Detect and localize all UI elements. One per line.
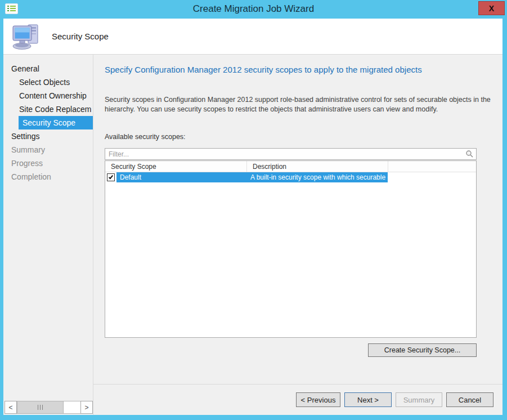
sidebar-item-settings[interactable]: Settings xyxy=(3,129,93,143)
page-heading: Specify Configuration Manager 2012 secur… xyxy=(105,65,422,74)
table-header: Security Scope Description xyxy=(105,161,476,172)
filter-box xyxy=(105,148,477,160)
filter-input[interactable] xyxy=(105,148,477,160)
chevron-right-icon: > xyxy=(84,404,88,412)
scope-description-cell: A built-in security scope with which sec… xyxy=(247,172,388,182)
scrollbar-thumb[interactable] xyxy=(17,401,64,414)
page-description: Security scopes in Configuration Manager… xyxy=(105,95,493,114)
sidebar-item-general[interactable]: General xyxy=(3,62,93,75)
close-icon: X xyxy=(489,5,494,12)
available-scopes-label: Available security scopes: xyxy=(105,133,186,141)
column-header-empty xyxy=(388,161,476,172)
footer-button-bar: < Previous Next > Summary Cancel xyxy=(93,384,502,415)
window-title: Create Migration Job Wizard xyxy=(0,3,507,15)
sidebar-horizontal-scrollbar[interactable]: < > xyxy=(5,401,93,414)
checkbox-cell xyxy=(105,172,116,182)
grip-icon xyxy=(38,405,43,410)
column-header-security-scope[interactable]: Security Scope xyxy=(105,161,247,172)
wizard-nav-sidebar: General Select Objects Content Ownership… xyxy=(3,55,93,415)
check-icon xyxy=(109,175,113,180)
window-frame: Security Scope General Select Objects Co… xyxy=(3,19,502,415)
page-title: Security Scope xyxy=(52,32,109,41)
titlebar[interactable]: Create Migration Job Wizard X xyxy=(0,0,507,19)
previous-button[interactable]: < Previous xyxy=(296,392,340,407)
computer-icon xyxy=(11,23,43,50)
scroll-right-button[interactable]: > xyxy=(80,401,93,414)
selected-row-highlight[interactable]: Default A built-in security scope with w… xyxy=(116,172,388,182)
sidebar-item-summary: Summary xyxy=(3,143,93,157)
sidebar-item-site-code-replacement[interactable]: Site Code Replacem xyxy=(3,102,93,116)
row-checkbox[interactable] xyxy=(107,173,115,181)
sidebar-item-progress: Progress xyxy=(3,157,93,170)
cancel-button[interactable]: Cancel xyxy=(446,392,493,407)
sidebar-item-security-scope[interactable]: Security Scope xyxy=(19,116,93,129)
main-content: Specify Configuration Manager 2012 secur… xyxy=(93,55,502,384)
search-icon xyxy=(465,150,474,158)
table-row[interactable]: Default A built-in security scope with w… xyxy=(105,172,476,182)
scroll-left-button[interactable]: < xyxy=(5,401,17,414)
sidebar-item-select-objects[interactable]: Select Objects xyxy=(3,75,93,89)
sidebar-item-completion: Completion xyxy=(3,170,93,184)
summary-button: Summary xyxy=(396,392,442,407)
sidebar-item-content-ownership[interactable]: Content Ownership xyxy=(3,89,93,102)
scope-name-cell: Default xyxy=(116,172,247,182)
column-header-description[interactable]: Description xyxy=(247,161,388,172)
page-header: Security Scope xyxy=(3,19,502,55)
next-button[interactable]: Next > xyxy=(344,392,392,407)
chevron-left-icon: < xyxy=(8,404,12,412)
scrollbar-track[interactable] xyxy=(64,401,80,413)
security-scopes-table: Security Scope Description Default A bui… xyxy=(105,160,477,338)
create-security-scope-button[interactable]: Create Security Scope... xyxy=(368,343,477,357)
close-button[interactable]: X xyxy=(478,1,505,15)
wizard-window: Create Migration Job Wizard X Security S… xyxy=(0,0,507,420)
